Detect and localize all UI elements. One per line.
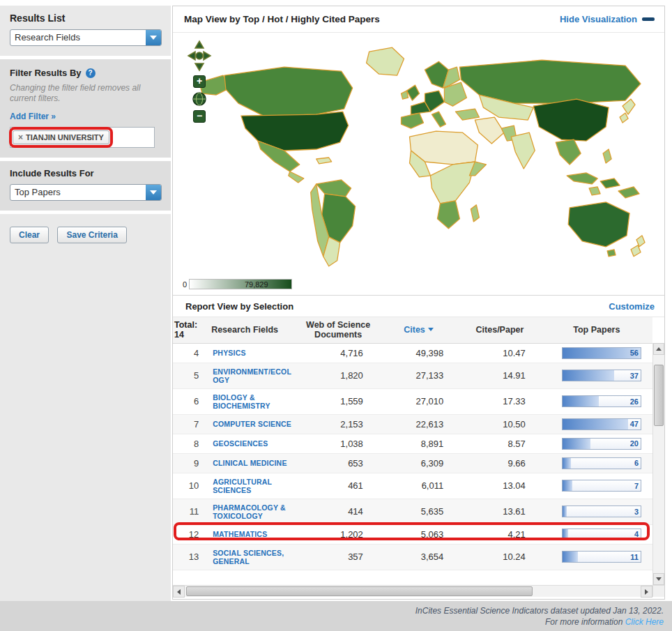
include-results-dropdown-value: Top Papers <box>10 185 146 200</box>
row-rank: 12 <box>173 524 207 544</box>
top-papers-value: 47 <box>630 420 639 428</box>
top-papers-value: 11 <box>630 553 639 561</box>
research-field-link[interactable]: PHYSICS <box>213 349 246 357</box>
top-papers-value: 56 <box>630 349 639 357</box>
research-field-link[interactable]: GEOSCIENCES <box>213 439 268 448</box>
wos-documents-value: 4,716 <box>298 343 378 363</box>
vertical-scroll-thumb[interactable] <box>654 365 664 426</box>
map-header: Map View by Top / Hot / Highly Cited Pap… <box>173 6 664 33</box>
help-icon[interactable]: ? <box>86 68 96 78</box>
table-row: 4PHYSICS4,71649,39810.4756 <box>173 343 652 363</box>
column-header-cites[interactable]: Cites <box>379 317 459 343</box>
cites-per-paper-value: 13.04 <box>459 473 541 499</box>
research-field-link[interactable]: ENVIRONMENT/ECOLOGY <box>213 367 291 384</box>
pan-control-icon[interactable] <box>185 40 213 72</box>
cites-value: 6,309 <box>379 453 459 473</box>
cites-value: 27,133 <box>379 363 459 388</box>
research-field-link[interactable]: MATHEMATICS <box>213 530 267 538</box>
table-row: 10AGRICULTURAL SCIENCES4616,01113.047 <box>173 473 652 499</box>
filter-input[interactable]: × TIANJIN UNIVERSITY <box>10 127 155 148</box>
top-papers-bar: 47 <box>562 418 641 430</box>
chevron-down-icon[interactable] <box>146 30 161 45</box>
report-view-title: Report View by Selection <box>185 301 293 312</box>
cites-per-paper-value: 10.50 <box>459 414 541 434</box>
top-papers-value: 37 <box>630 372 639 380</box>
report-table-body: 4PHYSICS4,71649,39810.47565ENVIRONMENT/E… <box>173 343 652 570</box>
table-row: 9CLINICAL MEDICINE6536,3099.666 <box>173 453 652 473</box>
research-field-link[interactable]: PHARMACOLOGY & TOXICOLOGY <box>213 503 286 520</box>
sidebar-actions: Clear Save Criteria <box>0 214 171 605</box>
table-row: 6BIOLOGY & BIOCHEMISTRY1,55927,01017.332… <box>173 388 652 414</box>
row-rank: 11 <box>173 499 207 524</box>
legend-max-label: 79,829 <box>245 280 268 289</box>
results-list-dropdown-value: Research Fields <box>10 30 146 45</box>
results-list-dropdown[interactable]: Research Fields <box>10 29 162 46</box>
column-header-top-papers[interactable]: Top Papers <box>541 317 652 343</box>
globe-icon[interactable] <box>192 91 207 107</box>
column-header-cites-per-paper[interactable]: Cites/Paper <box>459 317 541 343</box>
research-field-link[interactable]: AGRICULTURAL SCIENCES <box>213 478 272 494</box>
filter-results-section: Filter Results By? Changing the filter f… <box>0 59 171 158</box>
hide-visualization-label: Hide Visualization <box>560 14 637 24</box>
top-papers-value: 3 <box>634 508 639 516</box>
scroll-up-button[interactable] <box>653 343 664 355</box>
row-rank: 8 <box>173 434 207 453</box>
research-field-link[interactable]: SOCIAL SCIENCES, GENERAL <box>213 549 284 565</box>
cites-value: 22,613 <box>379 414 459 434</box>
top-papers-bar: 6 <box>562 457 641 469</box>
cites-value: 5,635 <box>379 499 459 524</box>
filter-note: Changing the filter field removes all cu… <box>10 83 156 104</box>
cites-value: 8,891 <box>379 434 459 453</box>
chevron-down-icon[interactable] <box>146 185 161 200</box>
vertical-scrollbar[interactable] <box>652 343 664 585</box>
top-papers-bar: 11 <box>562 551 641 563</box>
save-criteria-button[interactable]: Save Criteria <box>57 227 126 243</box>
research-field-link[interactable]: COMPUTER SCIENCE <box>213 420 291 428</box>
row-rank: 5 <box>173 363 207 388</box>
scroll-right-button[interactable] <box>641 586 652 598</box>
map-legend: 0 79,829 <box>183 279 292 289</box>
row-rank: 4 <box>173 343 207 363</box>
cites-per-paper-value: 9.66 <box>459 453 541 473</box>
table-row: 5ENVIRONMENT/ECOLOGY1,82027,13314.9137 <box>173 363 652 388</box>
column-header-research-fields[interactable]: Research Fields <box>207 317 298 343</box>
footer-dataset-note: InCites Essential Science Indicators dat… <box>415 605 664 616</box>
cites-value: 3,654 <box>379 544 459 570</box>
top-papers-bar: 7 <box>562 480 641 492</box>
include-results-dropdown[interactable]: Top Papers <box>10 184 162 201</box>
filter-tag[interactable]: × TIANJIN UNIVERSITY <box>13 130 109 144</box>
research-field-link[interactable]: CLINICAL MEDICINE <box>213 459 287 467</box>
hide-visualization-link[interactable]: Hide Visualization <box>560 14 655 24</box>
sidebar: Results List Research Fields Filter Resu… <box>0 6 171 601</box>
table-row: 7COMPUTER SCIENCE2,15322,61310.5047 <box>173 414 652 434</box>
zoom-out-button[interactable]: − <box>193 110 206 123</box>
column-header-wos-documents[interactable]: Web of Science Documents <box>298 317 378 343</box>
wos-documents-value: 1,038 <box>298 434 378 453</box>
clear-button[interactable]: Clear <box>10 227 49 243</box>
scroll-left-button[interactable] <box>173 586 185 598</box>
zoom-in-button[interactable]: + <box>193 75 206 88</box>
world-map[interactable] <box>180 36 660 273</box>
cites-value: 6,011 <box>379 473 459 499</box>
wos-documents-value: 653 <box>298 453 378 473</box>
sort-desc-icon <box>428 328 434 331</box>
horizontal-scrollbar[interactable] <box>173 585 664 597</box>
horizontal-scroll-track[interactable] <box>185 586 641 597</box>
cites-per-paper-value: 10.47 <box>459 343 541 363</box>
scroll-down-button[interactable] <box>653 573 664 585</box>
filter-results-title: Filter Results By <box>10 68 82 78</box>
horizontal-scroll-thumb[interactable] <box>186 586 533 596</box>
table-row: 13SOCIAL SCIENCES, GENERAL3573,65410.241… <box>173 544 652 570</box>
click-here-link[interactable]: Click Here <box>625 617 664 627</box>
top-papers-value: 6 <box>634 459 639 467</box>
legend-min-label: 0 <box>183 280 187 289</box>
wos-documents-value: 461 <box>298 473 378 499</box>
remove-filter-icon[interactable]: × <box>18 132 23 142</box>
total-count: Total: 14 <box>174 320 203 340</box>
customize-link[interactable]: Customize <box>609 301 655 312</box>
research-field-link[interactable]: BIOLOGY & BIOCHEMISTRY <box>213 393 270 410</box>
results-list-section: Results List Research Fields <box>0 6 171 56</box>
row-rank: 6 <box>173 388 207 414</box>
add-filter-link[interactable]: Add Filter » <box>10 112 56 121</box>
row-rank: 13 <box>173 544 207 570</box>
